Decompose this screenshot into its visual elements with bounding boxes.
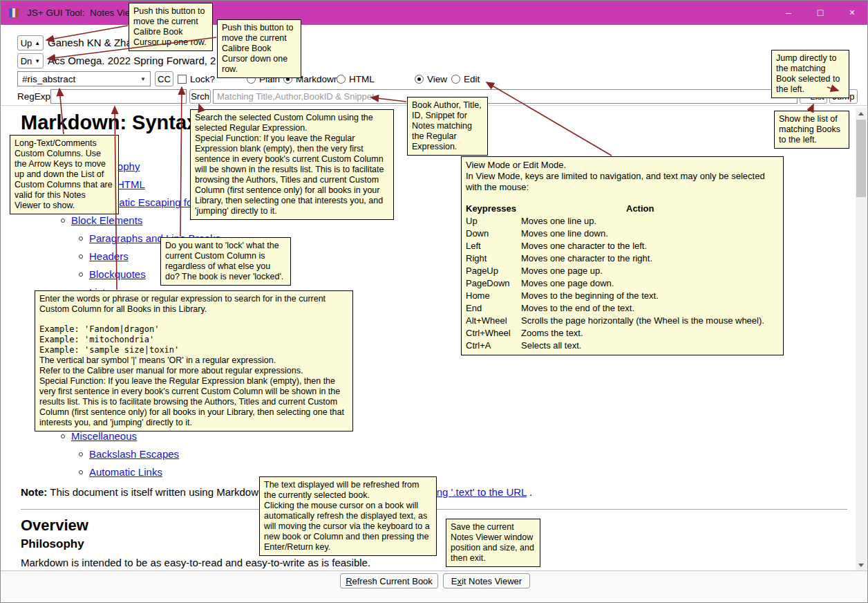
bullet-icon	[79, 236, 83, 241]
callout-text: View Mode or Edit Mode.	[466, 160, 779, 171]
toc-item: Automatic Links	[21, 463, 855, 481]
callout-results: Book Author, Title, ID, Snippet for Note…	[407, 97, 488, 156]
format-radio-html[interactable]: HTML	[337, 71, 375, 86]
callout-text: The vertical bar symbol '|' means 'OR' i…	[39, 355, 348, 366]
note-label: Note:	[21, 486, 47, 498]
scrollbar-thumb[interactable]	[856, 120, 866, 197]
note-end: .	[527, 486, 532, 498]
toc-link[interactable]: Block Elements	[71, 214, 142, 226]
cc-button[interactable]: CC	[155, 71, 173, 86]
close-button[interactable]: ×	[836, 0, 868, 25]
radio-icon	[337, 75, 346, 84]
callout-text: Do you want to 'lock' what the current C…	[165, 241, 286, 282]
callout-up-button: Push this button to move the current Cal…	[129, 3, 213, 51]
keypress-table: Keypresses Action UpMoves one line up. D…	[466, 203, 779, 352]
doc-paragraph: Markdown is intended to be as easy-to-re…	[21, 556, 855, 569]
callout-text: In View Mode, keys are limited to naviga…	[466, 171, 779, 193]
keypress-row: DownMoves one line down.	[466, 228, 779, 240]
callout-lock: Do you want to 'lock' what the current C…	[160, 237, 291, 286]
lock-checkbox[interactable]	[178, 75, 187, 84]
bullet-icon	[79, 470, 83, 474]
keypress-row: PageUpMoves one page up.	[466, 265, 779, 277]
srch-button[interactable]: Srch	[189, 89, 211, 104]
mode-label-edit: Edit	[464, 74, 480, 84]
exit-notes-viewer-button[interactable]: Exit Notes Viewer	[443, 573, 530, 588]
chevron-down-icon: ▼	[140, 76, 146, 82]
callout-text: Search the selected Custom Column using …	[195, 113, 389, 133]
callout-list-button: Show the list of matching Books to the l…	[774, 111, 849, 149]
scroll-down-button[interactable]	[856, 559, 867, 570]
refresh-current-book-button[interactable]: Refresh Current Book	[340, 573, 438, 588]
keypress-row: Ctrl+WheelZooms the text.	[466, 327, 779, 340]
keypress-row: LeftMoves one character to the left.	[466, 240, 779, 252]
search-snippet-input[interactable]	[213, 89, 798, 104]
footer-bar: Refresh Current Book Exit Notes Viewer	[0, 570, 868, 603]
callout-text: Refer to the Calibre user manual for mor…	[39, 366, 348, 376]
keypress-col-header: Keypresses	[466, 203, 521, 215]
scroll-up-button[interactable]	[856, 108, 867, 119]
toc-link[interactable]: Headers	[89, 250, 129, 262]
bullet-icon	[79, 254, 83, 259]
custom-column-combo[interactable]: #ris_abstract ▼	[17, 71, 151, 86]
toc-link[interactable]: Blockquotes	[89, 268, 146, 280]
keypress-row: EndMoves to the end of the text.	[466, 302, 779, 315]
callout-text: Jump directly to the matching Book selec…	[776, 53, 845, 95]
toc-item: Backslash Escapes	[21, 445, 855, 463]
mode-radio-edit[interactable]: Edit	[451, 71, 480, 86]
callout-text: Special Function: If you leave the Regul…	[195, 133, 389, 216]
callout-text: Clicking the mouse cursor on a book will…	[264, 501, 432, 553]
keypress-row: RightMoves one character to the right.	[466, 252, 779, 265]
bullet-icon	[79, 452, 83, 456]
vertical-scrollbar[interactable]	[856, 108, 867, 570]
callout-jump-button: Jump directly to the matching Book selec…	[771, 50, 849, 98]
down-button-label: Dn	[21, 56, 32, 66]
callout-search-column: Search the selected Custom Column using …	[190, 109, 394, 220]
toc-link[interactable]: Backslash Escapes	[89, 448, 179, 460]
keypress-row: Ctrl+ASelects all text.	[466, 340, 779, 352]
callout-text: The text displayed will be refreshed fro…	[264, 480, 432, 501]
callout-refresh: The text displayed will be refreshed fro…	[259, 476, 437, 556]
custom-column-value: #ris_abstract	[22, 74, 75, 84]
callout-text: Book Author, Title, ID, Snippet for Note…	[412, 100, 483, 152]
maximize-button[interactable]: □	[804, 0, 836, 25]
callout-save-exit: Save the current Notes Viewer window pos…	[446, 519, 540, 567]
book-cursor-down-button[interactable]: Dn ▼	[17, 53, 44, 68]
doc-note: Note: This document is itself written us…	[21, 485, 855, 499]
window-controls: – □ ×	[773, 0, 868, 25]
radio-icon	[451, 75, 460, 84]
toc-link[interactable]: Automatic Links	[89, 466, 162, 478]
bullet-icon	[61, 434, 65, 438]
up-triangle-icon	[858, 112, 864, 115]
callout-text: Long-Text/Comments Custom Columns. Use t…	[15, 138, 114, 211]
selected-book-title: Acs Omega. 2022 Spring Forward, 2	[48, 55, 216, 66]
regexp-examples: Example: 'Fandom|dragon' Example: 'mitoc…	[39, 324, 348, 355]
callout-text: Push this button to move the current Cal…	[222, 23, 296, 75]
lock-checkbox-group[interactable]: Lock?	[178, 71, 215, 86]
bullet-icon	[61, 219, 65, 223]
bullet-icon	[79, 272, 83, 277]
action-col-header: Action	[626, 203, 654, 215]
mode-radio-view[interactable]: View	[415, 71, 447, 86]
callout-view-mode: View Mode or Edit Mode. In View Mode, ke…	[461, 156, 784, 355]
radio-selected-icon	[415, 75, 424, 84]
regexp-label: RegExp	[17, 91, 50, 102]
selected-book-author: Ganesh KN & Zha	[48, 37, 132, 48]
keypress-row: PageDownMoves one page down.	[466, 277, 779, 290]
book-cursor-up-button[interactable]: Up ▲	[17, 35, 44, 50]
philosophy-heading: Philosophy	[21, 537, 855, 552]
up-button-label: Up	[21, 38, 32, 48]
keypress-header: Keypresses Action	[466, 203, 779, 215]
minimize-button[interactable]: –	[773, 0, 804, 25]
toc-link[interactable]: Miscellaneous	[71, 430, 137, 442]
keypress-row: HomeMoves to the beginning of the text.	[466, 290, 779, 302]
regexp-input[interactable]	[50, 89, 187, 104]
down-triangle-icon	[858, 564, 864, 567]
format-label-html: HTML	[349, 74, 375, 84]
mode-label-view: View	[427, 74, 447, 84]
callout-down-button: Push this button to move the current Cal…	[217, 19, 301, 78]
callout-text: Special Function: If you leave the Regul…	[39, 376, 348, 428]
keypress-row: UpMoves one line up.	[466, 215, 779, 228]
down-triangle-icon: ▼	[35, 58, 40, 64]
callout-text: Enter the words or phrase or regular exp…	[39, 294, 348, 315]
format-label-markdown: Markdown	[296, 74, 339, 84]
